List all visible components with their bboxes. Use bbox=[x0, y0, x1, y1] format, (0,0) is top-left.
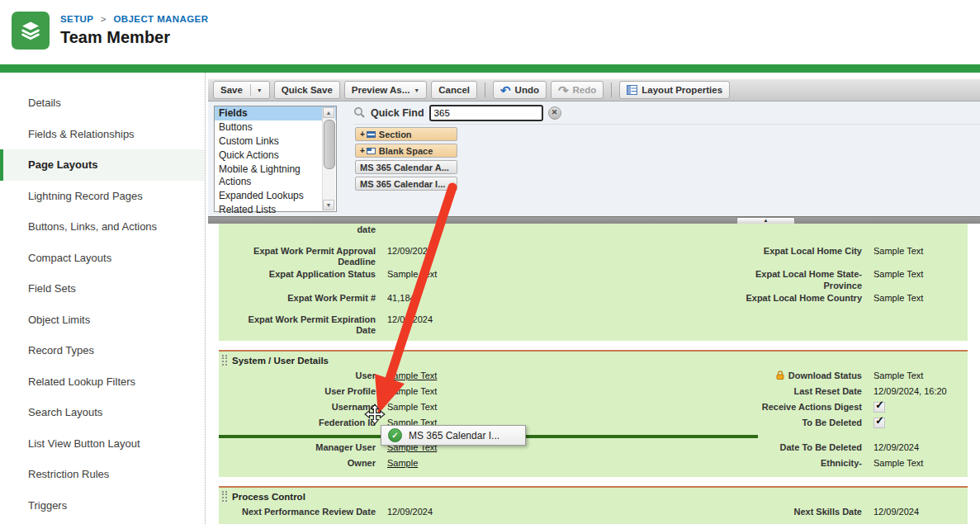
sidebar-item-field-sets[interactable]: Field Sets bbox=[0, 273, 205, 304]
sidebar-item-fields-relationships[interactable]: Fields & Relationships bbox=[0, 119, 205, 150]
field-label-receive-actions-digest[interactable]: Receive Actions Digest bbox=[726, 400, 862, 413]
palette-category-custom-links[interactable]: Custom Links bbox=[215, 135, 336, 149]
scroll-up-icon[interactable]: ▲ bbox=[323, 107, 334, 118]
layout-row: UsernameSample TextReceive Actions Diges… bbox=[219, 400, 968, 416]
palette-item-label: MS 365 Calendar A... bbox=[360, 163, 449, 172]
sidebar-item-object-limits[interactable]: Object Limits bbox=[0, 304, 205, 336]
sidebar-item-related-lookup-filters[interactable]: Related Lookup Filters bbox=[0, 366, 205, 398]
palette-category-buttons[interactable]: Buttons bbox=[215, 120, 336, 135]
palette-item-label: Section bbox=[379, 130, 412, 139]
field-label-expat-application-status[interactable]: Expat Application Status bbox=[219, 267, 376, 280]
category-scrollbar: ▲ ▼ bbox=[322, 107, 335, 210]
breadcrumb-setup-link[interactable]: SETUP bbox=[60, 14, 93, 24]
sidebar-item-compact-layouts[interactable]: Compact Layouts bbox=[0, 243, 205, 274]
field-label-user-profile[interactable]: User Profile bbox=[219, 385, 376, 397]
field-label-expat-work-permit[interactable]: Expat Work Permit # bbox=[219, 291, 376, 304]
preview-as-button[interactable]: Preview As...▼ bbox=[344, 81, 427, 99]
plus-icon: + bbox=[360, 130, 365, 139]
redo-label: Redo bbox=[573, 85, 597, 95]
chevron-down-icon: ▼ bbox=[414, 87, 419, 93]
palette-category-expanded-lookups[interactable]: Expanded Lookups bbox=[215, 189, 336, 203]
layout-properties-icon bbox=[627, 85, 637, 95]
field-label-federation-id[interactable]: Federation Id bbox=[219, 416, 376, 428]
section-header[interactable]: System / User Details bbox=[219, 352, 968, 369]
sidebar-item-page-layouts[interactable]: Page Layouts bbox=[0, 149, 205, 181]
field-value: 12/09/2024, 16:20 bbox=[873, 385, 964, 397]
drag-handle-icon[interactable] bbox=[222, 355, 227, 366]
quick-find-label: Quick Find bbox=[371, 107, 424, 119]
object-layers-icon bbox=[12, 12, 50, 50]
field-label-user[interactable]: User bbox=[219, 369, 376, 381]
field-label-next-performance-review-date[interactable]: Next Performance Review Date bbox=[219, 505, 376, 517]
scrollbar-thumb[interactable] bbox=[324, 120, 335, 169]
section-header[interactable]: Process Control bbox=[219, 489, 968, 505]
field-label-date-to-be-deleted[interactable]: Date To Be Deleted bbox=[726, 441, 862, 453]
palette-item-ms-365-calendar-i[interactable]: MS 365 Calendar I... bbox=[355, 177, 457, 191]
palette-item-label: MS 365 Calendar I... bbox=[360, 179, 445, 189]
field-label-username[interactable]: Username bbox=[219, 400, 376, 413]
field-label-download-status[interactable]: Download Status bbox=[726, 369, 862, 381]
chevron-down-icon[interactable]: ▼ bbox=[257, 87, 263, 93]
scroll-down-icon[interactable]: ▼ bbox=[323, 200, 334, 210]
palette-item-ms-365-calendar-a[interactable]: MS 365 Calendar A... bbox=[355, 160, 457, 174]
cancel-button[interactable]: Cancel bbox=[431, 81, 477, 99]
palette-category-quick-actions[interactable]: Quick Actions bbox=[215, 149, 336, 163]
editor-toolbar: Save▼Quick SavePreview As...▼Cancel↶Undo… bbox=[208, 79, 980, 101]
palette-item-blank-space[interactable]: +Blank Space bbox=[355, 144, 457, 158]
palette-category-mobile-lightning-actions[interactable]: Mobile & Lightning Actions bbox=[215, 163, 336, 189]
layout-row: Expat Application StatusSample TextExpat… bbox=[219, 267, 968, 290]
lock-icon bbox=[775, 371, 785, 380]
toolbar-separator bbox=[485, 83, 485, 97]
sidebar-item-search-layouts[interactable]: Search Layouts bbox=[0, 397, 205, 428]
toolbar-separator bbox=[611, 83, 612, 97]
field-label-last-reset-date[interactable]: Last Reset Date bbox=[726, 385, 862, 397]
checkbox-checked-icon: ✓ bbox=[873, 402, 885, 413]
sidebar-item-list-view-button-layout[interactable]: List View Button Layout bbox=[0, 428, 205, 460]
save-button[interactable]: Save▼ bbox=[213, 81, 270, 99]
field-label-expat-local-home-state-province[interactable]: Expat Local Home State-Province bbox=[726, 267, 862, 290]
field-value: Sample Text bbox=[873, 369, 964, 381]
clear-search-icon[interactable]: ✕ bbox=[548, 106, 561, 120]
field-value: Sample Text bbox=[873, 456, 964, 469]
field-label-expat-local-home-city[interactable]: Expat Local Home City bbox=[726, 244, 862, 257]
check-circle-icon: ✓ bbox=[388, 428, 402, 442]
field-label-owner[interactable]: Owner bbox=[219, 456, 376, 469]
sidebar-item-record-types[interactable]: Record Types bbox=[0, 335, 205, 366]
field-value: 12/09/2024 bbox=[387, 244, 714, 257]
breadcrumb-object-manager-link[interactable]: OBJECT MANAGER bbox=[113, 14, 208, 24]
editor-palette: FieldsButtonsCustom LinksQuick ActionsMo… bbox=[208, 101, 980, 216]
layout-section-system-user-details: System / User DetailsUserSample TextDown… bbox=[219, 350, 968, 477]
drag-handle-icon[interactable] bbox=[222, 491, 227, 502]
button-divider bbox=[250, 84, 251, 96]
redo-button: ↷Redo bbox=[551, 81, 604, 99]
sidebar-item-buttons-links-and-actions[interactable]: Buttons, Links, and Actions bbox=[0, 211, 205, 243]
field-label-manager-user[interactable]: Manager User bbox=[219, 441, 376, 453]
field-label-expat-local-home-country[interactable]: Expat Local Home Country bbox=[726, 291, 862, 304]
palette-item-section[interactable]: +Section bbox=[355, 127, 457, 141]
field-label-expat-work-permit-approval-deadline[interactable]: Expat Work Permit Approval Deadline bbox=[219, 244, 376, 267]
layout-row: Expat Work Permit #41,184Expat Local Hom… bbox=[219, 291, 968, 313]
quick-save-button[interactable]: Quick Save bbox=[274, 81, 340, 99]
clipped-row: date bbox=[219, 223, 968, 244]
field-value: Sample Text bbox=[387, 369, 714, 381]
layout-properties-button[interactable]: Layout Properties bbox=[619, 81, 730, 99]
sidebar-item-details[interactable]: Details bbox=[0, 87, 205, 119]
quick-find-input[interactable] bbox=[429, 105, 543, 121]
breadcrumb-separator: > bbox=[101, 14, 107, 24]
sidebar-item-restriction-rules[interactable]: Restriction Rules bbox=[0, 459, 205, 490]
field-label-to-be-deleted[interactable]: To Be Deleted bbox=[726, 416, 862, 428]
layout-row: Federation IdSample TextTo Be Deleted✓ bbox=[219, 416, 968, 432]
field-value: Sample Text bbox=[873, 267, 964, 280]
page-title: Team Member bbox=[60, 28, 170, 47]
field-label-ethnicity[interactable]: Ethnicity- bbox=[726, 456, 862, 469]
sidebar-item-lightning-record-pages[interactable]: Lightning Record Pages bbox=[0, 181, 205, 212]
palette-items: +Section+Blank SpaceMS 365 Calendar A...… bbox=[355, 127, 457, 193]
field-label-expat-work-permit-expiration-date[interactable]: Expat Work Permit Expiration Date bbox=[219, 313, 376, 336]
undo-button[interactable]: ↶Undo bbox=[493, 81, 547, 99]
blank-space-icon bbox=[367, 148, 376, 154]
palette-category-fields[interactable]: Fields bbox=[215, 106, 336, 120]
palette-category-related-lists[interactable]: Related Lists bbox=[215, 203, 336, 217]
section-title: System / User Details bbox=[232, 356, 329, 366]
sidebar-item-triggers[interactable]: Triggers bbox=[0, 490, 205, 522]
field-label-next-skills-date[interactable]: Next Skills Date bbox=[726, 505, 862, 517]
